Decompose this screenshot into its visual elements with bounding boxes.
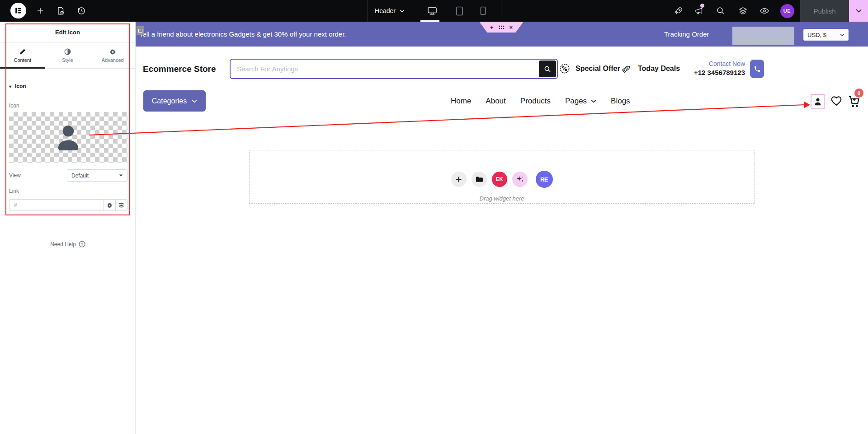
tracking-input[interactable]	[732, 27, 794, 45]
nav-link-blogs[interactable]: Blogs	[611, 97, 630, 106]
contact-now-label[interactable]: Contact Now	[655, 60, 745, 68]
question-circle-icon: ?	[79, 241, 85, 247]
toolbar-divider	[501, 0, 501, 22]
page-settings-icon	[56, 6, 65, 15]
ai-button[interactable]	[512, 172, 528, 187]
wishlist-button[interactable]	[830, 95, 842, 106]
search-input[interactable]	[231, 60, 520, 78]
section-edit-handle[interactable]	[137, 26, 144, 35]
person-icon	[813, 97, 822, 106]
categories-button[interactable]: Categories	[143, 90, 206, 112]
special-offer-link[interactable]: Special Offer	[559, 62, 620, 75]
elementor-logo[interactable]	[10, 3, 26, 19]
tab-label: Style	[62, 57, 73, 63]
view-select[interactable]: Default	[67, 169, 127, 182]
history-button[interactable]	[74, 0, 89, 22]
re-template-button[interactable]: RE	[536, 171, 553, 188]
delete-section-icon[interactable]: ×	[509, 24, 513, 30]
publish-label: Publish	[813, 7, 835, 15]
gear-icon	[109, 48, 116, 55]
tablet-icon	[456, 6, 463, 16]
dynamic-tags-button[interactable]	[115, 200, 127, 210]
tab-advanced[interactable]: Advanced	[90, 43, 135, 68]
checklist-button[interactable]	[670, 0, 686, 22]
preview-button[interactable]	[756, 0, 773, 22]
need-help-link[interactable]: Need Help ?	[0, 241, 136, 247]
element-handle: + ×	[479, 22, 524, 33]
finder-search-button[interactable]	[712, 0, 729, 22]
add-widget-button[interactable]	[451, 172, 467, 187]
publish-options-button[interactable]	[849, 0, 868, 22]
elementor-editor: Header UE	[0, 0, 868, 434]
history-icon	[77, 6, 86, 15]
elementor-kit-button[interactable]: EK	[492, 172, 507, 187]
icon-preview-box[interactable]	[9, 112, 127, 163]
chevron-down-icon	[119, 174, 123, 177]
svg-text:?: ?	[81, 242, 83, 247]
nav-label: Blogs	[611, 97, 630, 106]
square-icon	[138, 29, 142, 33]
nav-link-about[interactable]: About	[486, 97, 505, 106]
structure-button[interactable]	[735, 0, 751, 22]
device-tablet-button[interactable]	[451, 0, 467, 22]
call-button[interactable]	[750, 60, 764, 78]
drag-dots-icon[interactable]	[499, 25, 505, 29]
document-switcher[interactable]: Header	[372, 0, 408, 22]
account-icon-widget-selected[interactable]	[811, 94, 825, 109]
deal-tag-icon	[620, 62, 633, 75]
page-settings-button[interactable]	[53, 0, 68, 22]
user-avatar[interactable]: UE	[779, 0, 795, 22]
person-icon	[52, 123, 85, 152]
contact-phone-number: +12 3456789123	[655, 68, 745, 77]
chevron-down-icon	[856, 9, 862, 13]
add-section-icon[interactable]: +	[490, 24, 494, 30]
link-options-button[interactable]	[104, 200, 115, 210]
tab-style[interactable]: Style	[45, 43, 90, 68]
edit-icon-panel: Edit Icon Content Style Advanced ▾ Icon …	[0, 22, 136, 434]
plus-icon	[455, 176, 462, 183]
sparkles-icon	[516, 175, 524, 183]
folder-icon	[476, 176, 483, 182]
device-mobile-button[interactable]	[476, 0, 490, 22]
database-icon	[118, 202, 124, 208]
nav-link-pages[interactable]: Pages	[565, 97, 596, 106]
eye-icon	[760, 6, 769, 15]
view-select-value: Default	[71, 173, 89, 179]
need-help-label: Need Help	[50, 241, 76, 247]
currency-select[interactable]: USD, $	[803, 29, 849, 41]
link-field-label: Link	[9, 188, 19, 194]
nav-link-home[interactable]: Home	[451, 97, 471, 106]
toolbar-divider	[367, 0, 368, 22]
gear-icon	[107, 202, 113, 208]
add-element-button[interactable]	[33, 0, 47, 22]
templates-button[interactable]	[472, 172, 487, 187]
tab-label: Advanced	[102, 57, 124, 63]
plus-icon	[36, 7, 44, 15]
view-field-label: View	[9, 172, 21, 178]
publish-button[interactable]: Publish	[800, 0, 849, 22]
nav-label: Products	[520, 97, 551, 106]
search-submit-button[interactable]	[539, 61, 556, 77]
nav-label: Home	[451, 97, 471, 106]
avatar-initials: UE	[780, 4, 794, 18]
contact-block: Contact Now +12 3456789123	[655, 60, 745, 77]
whats-new-button[interactable]	[691, 0, 707, 22]
nav-label: About	[486, 97, 505, 106]
heart-icon	[830, 95, 842, 106]
elementor-logo-icon	[14, 6, 23, 15]
promo-text: Tell a friend about electronics Gadgets …	[139, 22, 346, 47]
device-desktop-button[interactable]	[423, 0, 441, 22]
store-logo-text[interactable]: Ecommerce Store	[143, 64, 216, 74]
search-bar	[230, 59, 558, 79]
icon-section-header[interactable]: ▾ Icon	[9, 83, 26, 89]
widget-drop-zone[interactable]: EK RE Drag widget here	[249, 150, 755, 204]
tracking-order-link[interactable]: Tracking Order	[664, 22, 709, 47]
contrast-icon	[64, 48, 71, 55]
pencil-icon	[19, 48, 26, 55]
link-input[interactable]	[9, 200, 104, 210]
nav-link-products[interactable]: Products	[520, 97, 551, 106]
document-name: Header	[375, 7, 396, 14]
panel-title: Edit Icon	[0, 22, 135, 43]
tab-content[interactable]: Content	[0, 43, 45, 68]
re-label: RE	[540, 176, 548, 183]
